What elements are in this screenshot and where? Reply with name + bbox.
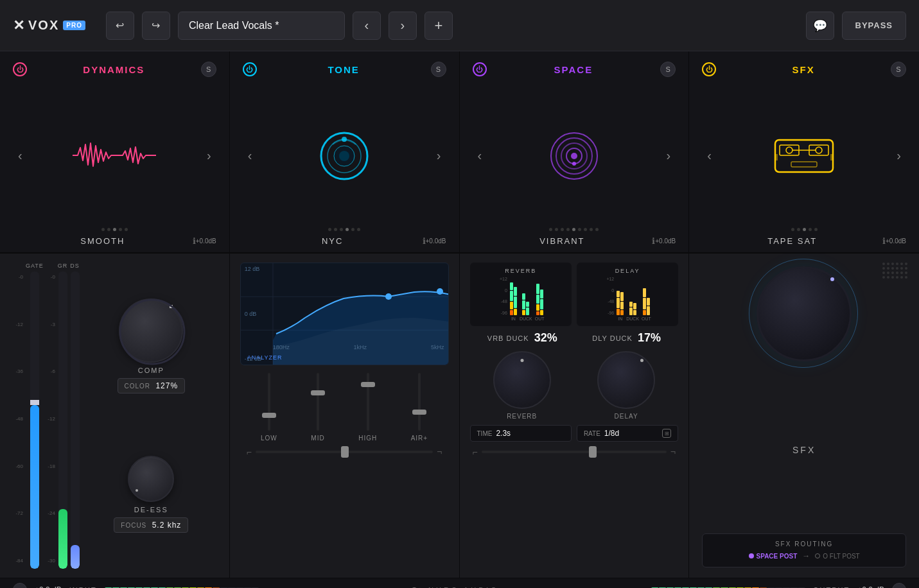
delay-knob[interactable] (597, 351, 655, 409)
space-power-button[interactable]: ⏻ (473, 62, 487, 76)
space-next-arrow[interactable]: › (661, 146, 676, 166)
sfx-header: ⏻ SFX S (702, 62, 906, 77)
reverb-duck-label: DUCK (520, 316, 532, 321)
dot-1 (101, 228, 105, 231)
space-s-button[interactable]: S (660, 62, 676, 77)
low-fader-thumb[interactable] (262, 413, 276, 418)
high-fader-track[interactable] (367, 373, 369, 431)
gr-scale-18: -18 (46, 463, 55, 469)
space-fader-track[interactable] (482, 451, 667, 453)
footer: +0.0 dB INPUT 〜 NURO AUDIO (0, 578, 919, 588)
mid-fader-thumb[interactable] (311, 390, 325, 395)
low-label: LOW (261, 435, 277, 442)
svg-rect-18 (775, 154, 778, 160)
high-fader-thumb[interactable] (361, 382, 375, 387)
dot-1 (549, 228, 552, 231)
sfx-prev-arrow[interactable]: ‹ (702, 146, 717, 166)
de-ess-knob[interactable] (128, 456, 174, 502)
dynamics-title: DYNAMICS (27, 64, 201, 75)
air-fader-thumb[interactable] (412, 410, 426, 415)
tone-s-button[interactable]: S (431, 62, 446, 77)
prev-preset-button[interactable]: ‹ (353, 12, 381, 40)
focus-value-box[interactable]: FOCUS 5.2 khz (114, 517, 188, 533)
gate-fader[interactable] (30, 272, 39, 569)
redo-button[interactable]: ↪ (142, 12, 170, 40)
tone-horiz-thumb[interactable] (341, 446, 349, 458)
add-preset-button[interactable]: + (424, 12, 453, 40)
air-fader-track[interactable] (418, 373, 421, 431)
db-scale-12: -12 (12, 322, 23, 327)
eq-5khz: 5kHz (431, 344, 444, 350)
sfx-large-knob[interactable] (757, 266, 852, 361)
dynamics-waveform-svg (73, 138, 156, 173)
rate-box[interactable]: RATE 1/8d ⊞ (577, 425, 678, 442)
space-title: SPACE (487, 64, 661, 75)
tone-header: ⏻ TONE S (243, 62, 446, 77)
routing-arrow: → (802, 551, 810, 560)
link-icon[interactable]: ⊞ (662, 429, 671, 438)
ds-fader[interactable] (71, 272, 80, 569)
dot-6 (357, 228, 360, 231)
dot-2 (334, 228, 337, 231)
dynamics-power-button[interactable]: ⏻ (13, 62, 27, 76)
delay-duck-label: DUCK (626, 316, 639, 321)
reverb-delay-knobs: REVERB DELAY (470, 351, 679, 420)
dynamics-header: ⏻ DYNAMICS S (13, 62, 216, 77)
next-preset-button[interactable]: › (389, 12, 417, 40)
dynamics-next-arrow[interactable]: › (202, 146, 216, 166)
gate-fader-thumb[interactable] (30, 400, 39, 405)
space-bottom: VIBRANT ℹ +0.0dB (473, 236, 676, 246)
gr-fader[interactable] (58, 272, 67, 569)
svg-point-25 (437, 288, 443, 295)
delay-in-label: IN (618, 316, 622, 321)
header: ✕ VOX PRO ↩ ↪ Clear Lead Vocals * ‹ › + … (0, 0, 919, 51)
preset-name[interactable]: Clear Lead Vocals * (178, 12, 345, 40)
tone-prev-arrow[interactable]: ‹ (243, 146, 258, 166)
tone-power-button[interactable]: ⏻ (243, 62, 257, 76)
sfx-preset-label: TAPE SAT (702, 236, 882, 246)
color-value-box[interactable]: COLOR 127% (118, 378, 186, 393)
sfx-routing-box[interactable]: SFX ROUTING SPACE POST → O FLT POST (702, 533, 906, 567)
focus-label: FOCUS (121, 522, 146, 529)
db-scale-36: -36 (12, 368, 23, 374)
time-box[interactable]: TIME 2.3s (470, 425, 572, 442)
dynamics-icon (28, 138, 202, 173)
flt-post-option[interactable]: O FLT POST (815, 553, 859, 560)
sfx-power-button[interactable]: ⏻ (702, 62, 716, 76)
output-knob[interactable] (892, 583, 906, 589)
space-nav: ‹ › (473, 83, 676, 228)
dot-9 (595, 228, 599, 231)
bypass-button[interactable]: BYPASS (842, 12, 907, 40)
svg-point-14 (786, 147, 792, 153)
dynamics-prev-arrow[interactable]: ‹ (13, 146, 28, 166)
tone-horiz-fader[interactable] (256, 451, 433, 453)
mid-fader-track[interactable] (317, 373, 319, 431)
dly-scale-0: 0 (604, 288, 614, 293)
space-spiral-svg (548, 130, 600, 182)
dly-scale-48: -48 (604, 299, 614, 304)
space-db: +0.0dB (655, 238, 676, 245)
reverb-out-label: OUT (535, 316, 545, 321)
dynamics-s-button[interactable]: S (201, 62, 216, 77)
tone-next-arrow[interactable]: › (432, 146, 446, 166)
comp-knob[interactable] (119, 298, 183, 363)
dly-duck-label: DLY DUCK (592, 334, 633, 342)
space-prev-arrow[interactable]: ‹ (473, 146, 487, 166)
gr-label: GR (58, 263, 68, 269)
undo-button[interactable]: ↩ (106, 12, 134, 40)
input-knob[interactable] (13, 583, 27, 589)
eq-faders: LOW MID HIGH (240, 373, 449, 442)
dynamics-db: +0.0dB (196, 238, 216, 245)
sfx-dots (791, 228, 818, 231)
rev-scale-48: -48 (497, 299, 507, 304)
space-post-option[interactable]: SPACE POST (749, 553, 798, 560)
tone-db: +0.0dB (426, 238, 446, 245)
sfx-s-button[interactable]: S (891, 62, 906, 77)
sfx-db: +0.0dB (886, 238, 906, 245)
sfx-next-arrow[interactable]: › (891, 146, 906, 166)
reverb-knob[interactable] (493, 351, 551, 409)
low-fader-track[interactable] (268, 373, 270, 431)
space-fader-thumb[interactable] (589, 446, 597, 458)
reverb-delay-meters: REVERB +12 0 -48 -96 (470, 263, 679, 326)
comment-button[interactable]: 💬 (806, 12, 834, 40)
